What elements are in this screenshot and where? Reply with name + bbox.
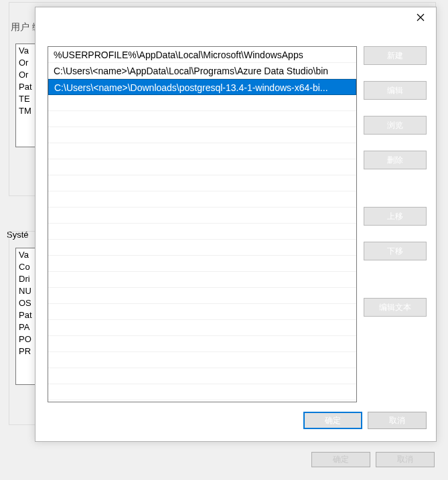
edit-env-dialog: %USERPROFILE%\AppData\Local\Microsoft\Wi… [35,7,437,442]
move-up-button[interactable]: 上移 [364,207,427,226]
delete-button[interactable]: 删除 [364,151,427,169]
path-row[interactable] [48,304,356,320]
path-row[interactable] [48,95,356,111]
path-row[interactable] [48,159,356,175]
path-row[interactable] [48,111,356,127]
path-row[interactable] [48,288,356,304]
path-row[interactable] [48,336,356,352]
path-row[interactable] [48,256,356,272]
close-icon[interactable] [412,9,429,26]
path-row[interactable] [48,352,356,368]
edit-button[interactable]: 编辑 [364,81,427,100]
path-row[interactable] [48,127,356,143]
cancel-button[interactable]: 取消 [368,412,427,429]
parent-cancel-button[interactable]: 取消 [376,452,435,467]
path-row[interactable] [48,368,356,384]
edit-text-button[interactable]: 编辑文本 [364,298,427,317]
move-down-button[interactable]: 下移 [364,242,427,260]
path-row[interactable]: %USERPROFILE%\AppData\Local\Microsoft\Wi… [48,47,356,63]
new-button[interactable]: 新建 [364,46,427,65]
ok-button[interactable]: 确定 [303,412,362,429]
path-list[interactable]: %USERPROFILE%\AppData\Local\Microsoft\Wi… [48,46,357,402]
path-row[interactable] [48,320,356,336]
path-row[interactable] [48,240,356,256]
path-row[interactable] [48,224,356,240]
path-row[interactable] [48,175,356,191]
path-row[interactable] [48,191,356,208]
path-row[interactable]: C:\Users\<name>\AppData\Local\Programs\A… [48,63,356,79]
path-row[interactable] [48,143,356,159]
path-row[interactable] [48,208,356,224]
parent-ok-button[interactable]: 确定 [311,452,370,467]
browse-button[interactable]: 浏览 [364,116,427,135]
path-row[interactable] [48,272,356,288]
path-row[interactable] [48,384,356,400]
path-row[interactable]: C:\Users\<name>\Downloads\postgresql-13.… [48,79,356,95]
